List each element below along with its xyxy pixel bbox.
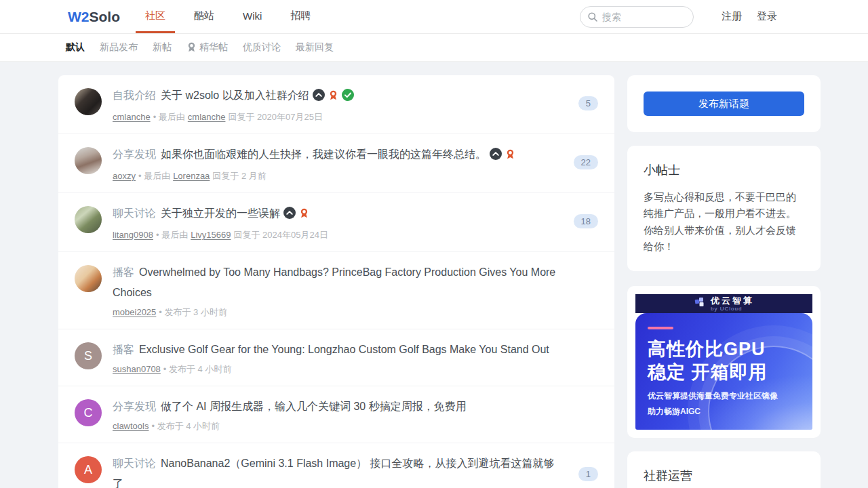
search-icon <box>587 12 598 22</box>
ops-title: 社群运营 <box>644 468 804 484</box>
avatar[interactable]: A <box>75 456 102 483</box>
author-link[interactable]: sushan0708 <box>113 364 161 374</box>
author-link[interactable]: clawtools <box>113 421 149 431</box>
topic-category[interactable]: 分享发现 <box>113 148 156 160</box>
author-link[interactable]: Livy15669 <box>191 230 231 240</box>
subnav-label: 新帖 <box>153 41 172 54</box>
subnav-item-4[interactable]: 精华帖 <box>186 41 228 54</box>
topic-title[interactable]: NanoBanana2（Gemini 3.1 Flash Image） 接口全攻… <box>113 458 555 488</box>
topic-body: 播客Exclusive Golf Gear for the Young: Lon… <box>113 340 598 373</box>
login-link[interactable]: 登录 <box>757 10 777 23</box>
subnav-label: 最新回复 <box>296 41 334 54</box>
topic-row[interactable]: 播客Overwhelmed by Too Many Handbags? Prin… <box>58 252 614 329</box>
logo-part-blue: W2 <box>68 9 90 25</box>
meta-text: • 发布于 3 小时前 <box>159 307 227 317</box>
topic-row[interactable]: 分享发现如果你也面临艰难的人生抉择，我建议你看一眼我的这篇年终总结。 aoxzy… <box>58 134 614 193</box>
topic-title[interactable]: 如果你也面临艰难的人生抉择，我建议你看一眼我的这篇年终总结。 <box>161 148 486 160</box>
nav-tab-2[interactable]: 酷站 <box>184 0 224 33</box>
topic-meta: clawtools• 发布于 4 小时前 <box>113 418 579 430</box>
subnav-label: 新品发布 <box>100 41 138 54</box>
topic-title[interactable]: Exclusive Golf Gear for the Young: Longz… <box>139 344 549 355</box>
avatar[interactable]: C <box>75 399 102 426</box>
nav-tab-4[interactable]: 招聘 <box>281 0 320 33</box>
nav-tab-3[interactable]: Wiki <box>233 0 271 33</box>
avatar[interactable] <box>75 265 102 292</box>
ad-headline-1: 高性价比GPU <box>648 338 812 361</box>
topic-body: 分享发现如果你也面临艰难的人生抉择，我建议你看一眼我的这篇年终总结。 aoxzy… <box>113 144 574 180</box>
topic-meta: aoxzy• 最后由Lorenzaa回复于 2 月前 <box>113 168 555 180</box>
avatar[interactable]: S <box>75 342 102 369</box>
reply-count-badge: 22 <box>574 155 598 169</box>
topic-list: 自我介绍关于 w2solo 以及加入社群介绍 cmlanche• 最后由cmla… <box>58 75 614 488</box>
meta-text: • 发布于 4 小时前 <box>163 364 232 374</box>
author-link[interactable]: aoxzy <box>113 171 136 181</box>
topic-row[interactable]: 自我介绍关于 w2solo 以及加入社群介绍 cmlanche• 最后由cmla… <box>58 75 614 134</box>
topic-meta: mobei2025• 发布于 3 小时前 <box>113 304 579 317</box>
community-ops-card: 社群运营 社群规则 <box>627 451 821 488</box>
author-link[interactable]: mobei2025 <box>113 307 156 317</box>
ad-body: 高性价比GPU 稳定 开箱即用 优云智算提供海量免费专业社区镜像 助力畅游AIG… <box>635 313 812 430</box>
avatar[interactable] <box>75 88 102 115</box>
topic-title[interactable]: 关于独立开发的一些误解 <box>161 207 280 219</box>
ad-headline-2: 稳定 开箱即用 <box>648 361 812 384</box>
topic-category[interactable]: 自我介绍 <box>113 89 156 101</box>
medal-icon <box>505 146 515 167</box>
medal-icon <box>186 42 197 53</box>
pinned-icon <box>490 146 502 167</box>
meta-text: 回复于 2020年07月25日 <box>228 112 322 122</box>
topic-title[interactable]: 做了个 AI 周报生成器，输入几个关键词 30 秒搞定周报，免费用 <box>161 401 467 412</box>
subnav-item-5[interactable]: 优质讨论 <box>243 41 281 54</box>
topic-meta: litang0908• 最后由Livy15669回复于 2024年05月24日 <box>113 227 555 239</box>
medal-icon <box>299 205 309 226</box>
search-box <box>580 6 694 28</box>
topic-meta: cmlanche• 最后由cmlanche回复于 2020年07月25日 <box>113 109 559 121</box>
meta-text: • 最后由 <box>156 230 188 240</box>
new-topic-button[interactable]: 发布新话题 <box>644 92 804 116</box>
topic-row[interactable]: S 播客Exclusive Golf Gear for the Young: L… <box>58 329 614 386</box>
topic-body: 播客Overwhelmed by Too Many Handbags? Prin… <box>113 262 598 317</box>
topic-category[interactable]: 聊天讨论 <box>113 458 156 469</box>
topic-row[interactable]: C 分享发现做了个 AI 周报生成器，输入几个关键词 30 秒搞定周报，免费用 … <box>58 386 614 443</box>
primary-nav: 社区酷站Wiki招聘 <box>136 0 320 33</box>
avatar[interactable] <box>75 206 102 233</box>
meta-text: 回复于 2024年05月24日 <box>233 230 328 240</box>
tips-card: 小帖士 多写点心得和反思，不要干巴巴的纯推广产品，一般用户看不进去。你给别人带来… <box>627 146 821 271</box>
subnav-item-3[interactable]: 新帖 <box>153 41 172 54</box>
sidebar: 发布新话题 小帖士 多写点心得和反思，不要干巴巴的纯推广产品，一般用户看不进去。… <box>627 75 821 488</box>
topic-row[interactable]: A 聊天讨论NanoBanana2（Gemini 3.1 Flash Image… <box>58 443 614 488</box>
avatar[interactable] <box>75 147 102 174</box>
subnav-label: 精华帖 <box>199 41 228 54</box>
author-link[interactable]: cmlanche <box>113 112 151 122</box>
subnav-item-1[interactable]: 默认 <box>66 41 85 54</box>
topic-title[interactable]: Overwhelmed by Too Many Handbags? Prince… <box>113 266 555 298</box>
meta-text: • 发布于 4 小时前 <box>151 421 220 431</box>
topic-body: 聊天讨论NanoBanana2（Gemini 3.1 Flash Image） … <box>113 453 578 488</box>
author-link[interactable]: cmlanche <box>188 112 226 122</box>
verified-icon <box>342 87 354 108</box>
topic-category[interactable]: 分享发现 <box>113 401 156 412</box>
pinned-icon <box>283 205 296 226</box>
author-link[interactable]: litang0908 <box>113 230 153 240</box>
ad-subtext-2: 助力畅游AIGC <box>648 406 812 418</box>
meta-text: 回复于 2 月前 <box>212 171 266 181</box>
topic-category[interactable]: 播客 <box>113 266 134 278</box>
tips-body: 多写点心得和反思，不要干巴巴的纯推广产品，一般用户看不进去。你给别人带来价值，别… <box>644 189 804 255</box>
ad-brand-subtitle: by UCloud <box>711 306 754 312</box>
topic-row[interactable]: 聊天讨论关于独立开发的一些误解 litang0908• 最后由Livy15669… <box>58 193 614 252</box>
register-link[interactable]: 注册 <box>722 10 742 23</box>
topic-meta: sushan0708• 发布于 4 小时前 <box>113 361 579 373</box>
subnav-item-2[interactable]: 新品发布 <box>100 41 138 54</box>
topic-category[interactable]: 播客 <box>113 344 134 355</box>
ucloud-cube-icon <box>694 296 706 311</box>
topic-category[interactable]: 聊天讨论 <box>113 207 156 219</box>
pinned-icon <box>313 87 325 108</box>
nav-tab-1[interactable]: 社区 <box>136 0 175 33</box>
topic-title[interactable]: 关于 w2solo 以及加入社群介绍 <box>161 89 309 101</box>
ad-banner[interactable]: 优云智算 by UCloud 高性价比GPU 稳定 开箱即用 优云智算提供海量免… <box>627 286 821 438</box>
author-link[interactable]: Lorenzaa <box>173 171 210 181</box>
site-logo[interactable]: W2Solo <box>68 0 120 33</box>
topic-body: 聊天讨论关于独立开发的一些误解 litang0908• 最后由Livy15669… <box>113 203 574 239</box>
subnav-label: 优质讨论 <box>243 41 281 54</box>
reply-count-badge: 5 <box>578 96 598 110</box>
subnav-item-6[interactable]: 最新回复 <box>296 41 334 54</box>
